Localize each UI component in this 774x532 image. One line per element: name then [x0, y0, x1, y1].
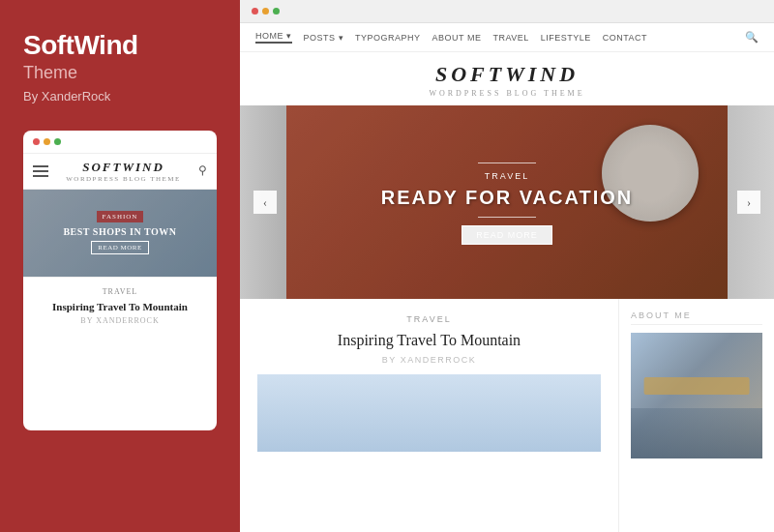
mobile-post-preview: TRAVEL Inspiring Travel To Mountain BY X… — [23, 277, 217, 331]
mobile-mockup: SOFTWIND WORDPRESS BLOG THEME ⚲ FASHION … — [23, 131, 217, 430]
mobile-post-title: Inspiring Travel To Mountain — [33, 300, 207, 313]
desktop-mockup: HOME ▾ POSTS ▾ TYPOGRAPHY ABOUT ME TRAVE… — [240, 0, 774, 532]
hamburger-icon[interactable] — [33, 165, 48, 177]
slider-next-arrow[interactable]: › — [737, 191, 760, 214]
nav-link-about[interactable]: ABOUT ME — [432, 33, 482, 43]
nav-link-home[interactable]: HOME ▾ — [255, 31, 292, 44]
desktop-brand-section: SOFTWIND WORDPRESS BLOG THEME — [240, 52, 774, 105]
brand-author: By XanderRock — [23, 89, 217, 103]
dot-green — [54, 138, 61, 145]
hero-line-bottom — [478, 217, 536, 218]
nav-link-travel[interactable]: TRAVEL — [492, 33, 528, 43]
desktop-dot-yellow — [262, 8, 269, 15]
hero-center: TRAVEL READY FOR VACATION READ MORE — [286, 105, 728, 299]
mobile-post-author: BY XANDERROCK — [33, 316, 207, 325]
mobile-hero: FASHION BEST SHOPS IN TOWN READ MORE — [23, 190, 217, 277]
hero-title: READY FOR VACATION — [381, 187, 633, 209]
dot-yellow — [44, 138, 50, 145]
post-author: BY XANDERROCK — [257, 355, 601, 365]
nav-link-lifestyle[interactable]: LIFESTYLE — [541, 33, 591, 43]
search-icon[interactable]: ⚲ — [198, 163, 207, 178]
mobile-hero-read-more[interactable]: READ MORE — [91, 241, 149, 254]
window-dots — [33, 138, 61, 145]
post-image — [257, 374, 601, 452]
dot-red — [33, 138, 40, 145]
nav-link-posts[interactable]: POSTS ▾ — [304, 33, 344, 43]
mobile-hero-title: BEST SHOPS IN TOWN — [63, 226, 176, 237]
mobile-hero-badge: FASHION — [97, 211, 144, 222]
mobile-nav-bar: SOFTWIND WORDPRESS BLOG THEME ⚲ — [23, 154, 217, 190]
hero-category: TRAVEL — [485, 171, 529, 181]
hero-read-more-button[interactable]: READ MORE — [461, 225, 552, 245]
left-panel: SoftWind Theme By XanderRock SOFTWIND WO… — [0, 0, 240, 532]
desktop-window-dots — [252, 8, 280, 15]
hero-line-top — [478, 163, 536, 163]
brand-subtitle: Theme — [23, 63, 217, 83]
about-section: ABOUT ME — [619, 299, 774, 532]
post-category: TRAVEL — [257, 314, 601, 324]
about-label: ABOUT ME — [631, 310, 762, 325]
desktop-top-bar — [240, 0, 774, 23]
desktop-dot-red — [252, 8, 258, 15]
desktop-brand-name: SOFTWIND — [240, 62, 774, 87]
about-photo — [631, 333, 762, 458]
post-title: Inspiring Travel To Mountain — [257, 330, 601, 351]
hero-slider: TRAVEL READY FOR VACATION READ MORE ‹ › — [240, 105, 774, 299]
slider-prev-arrow[interactable]: ‹ — [253, 191, 277, 214]
desktop-dot-green — [273, 8, 280, 15]
post-section: TRAVEL Inspiring Travel To Mountain BY X… — [240, 299, 619, 532]
desktop-brand-tagline: WORDPRESS BLOG THEME — [240, 89, 774, 98]
hero-content: TRAVEL READY FOR VACATION READ MORE — [286, 105, 728, 299]
desktop-nav: HOME ▾ POSTS ▾ TYPOGRAPHY ABOUT ME TRAVE… — [240, 23, 774, 52]
right-panel: HOME ▾ POSTS ▾ TYPOGRAPHY ABOUT ME TRAVE… — [240, 0, 774, 532]
mobile-top-bar — [23, 131, 217, 154]
mobile-post-category: TRAVEL — [33, 287, 207, 296]
nav-link-contact[interactable]: CONTACT — [603, 33, 647, 43]
mobile-hero-overlay: FASHION BEST SHOPS IN TOWN READ MORE — [23, 190, 217, 277]
brand-title: SoftWind — [23, 31, 217, 61]
nav-search-icon[interactable]: 🔍 — [745, 31, 759, 44]
mobile-brand-tagline: WORDPRESS BLOG THEME — [66, 175, 181, 183]
desktop-nav-links: HOME ▾ POSTS ▾ TYPOGRAPHY ABOUT ME TRAVE… — [255, 31, 647, 44]
mobile-brand: SOFTWIND WORDPRESS BLOG THEME — [66, 160, 181, 183]
nav-link-typography[interactable]: TYPOGRAPHY — [355, 33, 421, 43]
mobile-brand-name: SOFTWIND — [66, 160, 181, 175]
desktop-bottom-section: TRAVEL Inspiring Travel To Mountain BY X… — [240, 299, 774, 532]
